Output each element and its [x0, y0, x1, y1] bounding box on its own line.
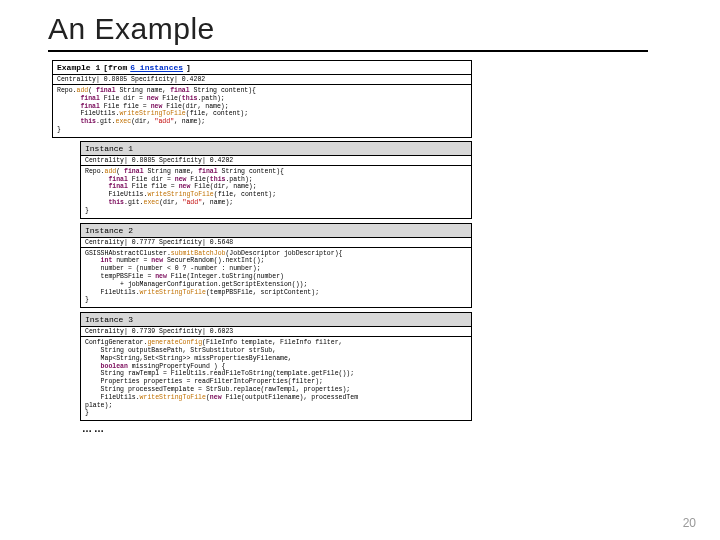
instance-box: Instance 1Centrality| 0.8085 Specificity… — [80, 141, 472, 219]
example-from: [from — [103, 63, 127, 72]
example-box: Example 1 [from 6 instances ] Centrality… — [52, 60, 472, 138]
example-header: Example 1 [from 6 instances ] — [53, 61, 471, 75]
instances-container: Instance 1Centrality| 0.8085 Specificity… — [80, 141, 472, 421]
example-code: Repo.add( final String name, final Strin… — [53, 85, 471, 137]
instance-header: Instance 1 — [81, 142, 471, 156]
title-rule — [48, 50, 648, 52]
ellipsis: …… — [82, 423, 472, 434]
page-number: 20 — [683, 516, 696, 530]
example-label: Example 1 — [57, 63, 100, 72]
instance-code: ConfigGenerator.generateConfig(FileInfo … — [81, 337, 471, 420]
example-panel: Example 1 [from 6 instances ] Centrality… — [52, 60, 472, 434]
slide: An Example Example 1 [from 6 instances ]… — [0, 0, 720, 434]
instance-header: Instance 2 — [81, 224, 471, 238]
example-metrics: Centrality| 0.8085 Specificity| 0.4202 — [53, 75, 471, 85]
instance-code: GSISSHAbstractCluster.submitBatchJob(Job… — [81, 248, 471, 308]
instance-metrics: Centrality| 0.7777 Specificity| 0.5648 — [81, 238, 471, 248]
example-close: ] — [186, 63, 191, 72]
instance-metrics: Centrality| 0.7739 Specificity| 0.6023 — [81, 327, 471, 337]
instance-box: Instance 2Centrality| 0.7777 Specificity… — [80, 223, 472, 309]
instance-header: Instance 3 — [81, 313, 471, 327]
slide-title: An Example — [48, 12, 688, 46]
instance-metrics: Centrality| 0.8085 Specificity| 0.4202 — [81, 156, 471, 166]
instances-link[interactable]: 6 instances — [130, 63, 183, 72]
instance-code: Repo.add( final String name, final Strin… — [81, 166, 471, 218]
instance-box: Instance 3Centrality| 0.7739 Specificity… — [80, 312, 472, 421]
